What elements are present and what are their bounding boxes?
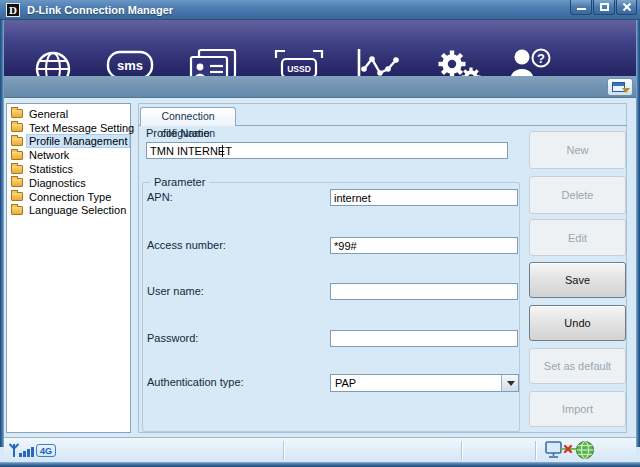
mini-mode-button[interactable] (607, 78, 633, 96)
apn-input[interactable] (330, 189, 518, 206)
signal-strength-icon (8, 442, 35, 459)
app-window: D D-Link Connection Manager sms (0, 0, 640, 467)
maximize-icon (600, 3, 609, 11)
save-button[interactable]: Save (529, 262, 626, 298)
sidebar-item-connection-type[interactable]: Connection Type (7, 190, 130, 204)
folder-icon (11, 123, 23, 132)
window-frame-bottom (0, 462, 640, 467)
password-label: Password: (147, 332, 198, 344)
import-button[interactable]: Import (529, 391, 626, 427)
sidebar-item-statistics[interactable]: Statistics (7, 162, 130, 176)
navigation-sidebar: General Text Message Setting Profile Man… (6, 103, 131, 433)
profile-name-label: Profile Name (146, 127, 210, 139)
dlink-logo-icon: D (6, 3, 20, 17)
user-name-input[interactable] (330, 283, 518, 300)
close-button[interactable] (616, 0, 637, 15)
sidebar-item-profile-management[interactable]: Profile Management (7, 135, 130, 149)
status-divider (461, 441, 462, 460)
text-caret (222, 145, 223, 157)
undo-button[interactable]: Undo (529, 305, 626, 341)
window-title: D-Link Connection Manager (27, 4, 173, 16)
sidebar-item-text-message-setting[interactable]: Text Message Setting (7, 121, 130, 135)
auth-type-dropdown[interactable]: PAP (330, 374, 519, 392)
sidebar-item-language-selection[interactable]: Language Selection (7, 204, 130, 218)
auth-type-label: Authentication type: (147, 376, 244, 388)
sidebar-item-network[interactable]: Network (7, 148, 130, 162)
title-bar[interactable]: D D-Link Connection Manager (0, 0, 640, 20)
svg-text:?: ? (537, 51, 545, 66)
status-divider (283, 441, 284, 460)
sidebar-item-general[interactable]: General (7, 107, 130, 121)
new-button[interactable]: New (529, 131, 626, 169)
folder-icon (11, 151, 23, 160)
edit-button[interactable]: Edit (529, 219, 626, 256)
window-frame-right (636, 0, 640, 447)
main-toolbar: sms USSD (4, 20, 636, 76)
mini-arrow-icon (622, 88, 630, 93)
access-number-input[interactable] (330, 237, 518, 254)
minimize-button[interactable] (570, 0, 592, 15)
tab-connection-configuration[interactable]: Connection cofiguration (140, 107, 236, 126)
auth-type-value: PAP (335, 377, 356, 389)
svg-text:sms: sms (117, 58, 143, 73)
delete-button[interactable]: Delete (529, 176, 626, 214)
folder-icon (11, 192, 23, 201)
folder-icon (11, 137, 23, 146)
svg-text:USSD: USSD (287, 64, 311, 74)
folder-icon (11, 109, 23, 118)
parameter-legend: Parameter (150, 176, 209, 188)
window-frame-left (0, 0, 4, 447)
secondary-strip (4, 76, 636, 98)
sidebar-item-diagnostics[interactable]: Diagnostics (7, 176, 130, 190)
minimize-icon (577, 8, 586, 10)
network-type-badge: 4G (36, 444, 56, 457)
folder-icon (11, 178, 23, 187)
set-as-default-button[interactable]: Set as default (529, 348, 626, 384)
status-divider (535, 441, 536, 460)
access-number-label: Access number: (147, 239, 226, 251)
status-bar: 4G (4, 437, 636, 462)
password-input[interactable] (330, 330, 518, 347)
apn-label: APN: (147, 191, 173, 203)
chevron-down-icon[interactable] (501, 375, 518, 391)
connection-status-icon (545, 440, 595, 461)
profile-name-input[interactable] (146, 142, 508, 159)
folder-icon (11, 206, 23, 215)
user-name-label: User name: (147, 285, 204, 297)
maximize-button[interactable] (593, 0, 615, 15)
folder-icon (11, 165, 23, 174)
